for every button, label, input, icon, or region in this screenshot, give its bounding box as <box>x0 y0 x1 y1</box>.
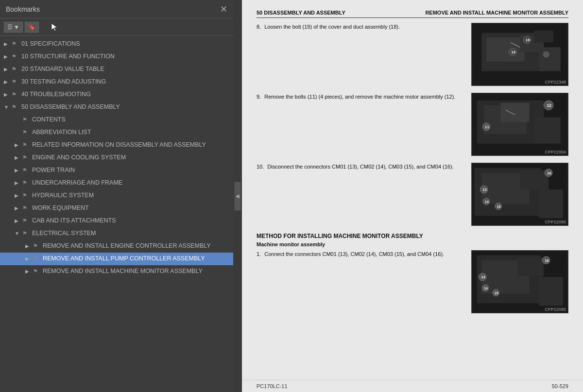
step-8-image-label: CPP22348 <box>545 80 566 85</box>
bookmark-flag-icon-testing: ⚑ <box>12 78 18 85</box>
bookmark-flag-icon-engine_ctrl: ⚑ <box>33 242 40 249</box>
step-9-text: 9. Remove the bolts (11) (4 pieces), and… <box>257 93 465 101</box>
bookmark-flag-icon-contents: ⚑ <box>22 116 29 123</box>
doc-footer: PC170LC-11 50-529 <box>242 380 583 392</box>
tree-arrow-trouble: ▶ <box>4 91 11 98</box>
tree-arrow-machine_mon: ▶ <box>25 268 32 274</box>
document-content: 50 DISASSEMBLY AND ASSEMBLY REMOVE AND I… <box>242 0 583 380</box>
tree-item-electrical[interactable]: ▼⚑ELECTRICAL SYSTEM <box>0 227 233 240</box>
method-step-1: 1. Connect the connectors CM01 (13), CM0… <box>257 250 568 313</box>
tree-item-standard[interactable]: ▶⚑20 STANDARD VALUE TABLE <box>0 63 233 76</box>
tree-item-related[interactable]: ▶⚑RELATED INFORMATION ON DISASSEMBLY AND… <box>0 139 233 152</box>
bookmarks-title: Bookmarks <box>6 5 40 13</box>
tree-item-engine_cool[interactable]: ▶⚑ENGINE AND COOLING SYSTEM <box>0 152 233 164</box>
mouse-cursor-icon <box>51 22 58 32</box>
method-step-1-text: 1. Connect the connectors CM01 (13), CM0… <box>257 250 465 258</box>
tree-arrow-standard: ▶ <box>4 66 11 72</box>
tree-item-disassembly[interactable]: ▼⚑50 DISASSEMBLY AND ASSEMBLY <box>0 101 233 114</box>
tree-label-work_equip: WORK EQUIPMENT <box>32 204 230 212</box>
svg-text:12: 12 <box>547 103 551 108</box>
tree-arrow-pump_ctrl: ▶ <box>25 256 32 262</box>
step-10-image-label: CPP22095 <box>545 220 566 224</box>
bookmark-icon-button[interactable]: 🔖 <box>25 22 39 33</box>
tree-label-trouble: 40 TROUBLESHOOTING <box>21 90 230 98</box>
method-image-label: CPP22095 <box>545 307 566 312</box>
bookmark-flag-icon-specs: ⚑ <box>12 40 18 47</box>
tree-arrow-hydraulic: ▶ <box>15 192 21 199</box>
tree-arrow-engine_cool: ▶ <box>15 154 21 161</box>
tree-arrow-power_train: ▶ <box>15 167 21 173</box>
close-button[interactable]: ✕ <box>220 5 227 14</box>
tree-item-engine_ctrl[interactable]: ▶⚑REMOVE AND INSTALL ENGINE CONTROLLER A… <box>0 240 233 253</box>
tree-label-structure: 10 STRUCTURE AND FUNCTION <box>21 52 230 60</box>
svg-text:11: 11 <box>485 125 489 129</box>
svg-text:16: 16 <box>547 171 551 175</box>
tree-label-related: RELATED INFORMATION ON DISASSEMBLY AND A… <box>32 141 230 149</box>
dropdown-arrow: ▼ <box>14 24 19 31</box>
tree-label-contents: CONTENTS <box>32 116 230 123</box>
step-9: 9. Remove the bolts (11) (4 pieces), and… <box>257 93 568 156</box>
step-9-image: 12 11 11 CPP22004 <box>471 93 568 156</box>
bookmark-flag-icon-undercarriage: ⚑ <box>22 179 29 186</box>
method-subtitle: Machine monitor assembly <box>257 241 568 247</box>
tree-label-pump_ctrl: REMOVE AND INSTALL PUMP CONTROLLER ASSEM… <box>43 255 230 262</box>
svg-text:19: 19 <box>511 50 515 54</box>
bookmark-flag-icon-hydraulic: ⚑ <box>22 192 29 199</box>
svg-rect-16 <box>501 103 530 122</box>
step-10-text: 10. Disconnect the connectors CM01 (13),… <box>257 163 465 171</box>
step-10: 10. Disconnect the connectors CM01 (13),… <box>257 163 568 226</box>
bookmark-flag-icon-machine_mon: ⚑ <box>33 268 40 274</box>
step-9-svg: 12 11 11 <box>472 93 568 155</box>
method-step-1-image: 16 13 14 15 CPP22095 <box>471 250 568 313</box>
svg-marker-0 <box>51 23 57 31</box>
svg-point-12 <box>543 51 549 57</box>
step-9-num: 9. <box>257 94 261 100</box>
tree-item-specs[interactable]: ▶⚑01 SPECIFICATIONS <box>0 38 233 51</box>
tree-item-power_train[interactable]: ▶⚑POWER TRAIN <box>0 164 233 177</box>
tree-item-trouble[interactable]: ▶⚑40 TROUBLESHOOTING <box>0 88 233 101</box>
tree-label-cab: CAB AND ITS ATTACHMENTS <box>32 217 230 224</box>
step-8: 8. Loosen the bolt (19) of the cover and… <box>257 23 568 86</box>
svg-rect-11 <box>539 47 560 71</box>
tree-label-standard: 20 STANDARD VALUE TABLE <box>21 65 230 73</box>
svg-text:19: 19 <box>526 38 530 42</box>
tree-label-testing: 30 TESTING AND ADJUSTING <box>21 78 230 85</box>
tree-label-power_train: POWER TRAIN <box>32 166 230 174</box>
bookmark-flag-icon-pump_ctrl: ⚑ <box>33 255 40 262</box>
tree-item-testing[interactable]: ▶⚑30 TESTING AND ADJUSTING <box>0 76 233 88</box>
step-9-image-label: CPP22004 <box>545 150 566 154</box>
svg-rect-28 <box>520 170 549 189</box>
tree-label-machine_mon: REMOVE AND INSTALL MACHINE MONITOR ASSEM… <box>43 267 230 275</box>
tree-item-contents[interactable]: ⚑CONTENTS <box>0 114 233 126</box>
bookmark-flag-icon-engine_cool: ⚑ <box>22 154 29 161</box>
step-8-num: 8. <box>257 24 261 30</box>
method-section: METHOD FOR INSTALLING MACHINE MONITOR AS… <box>257 233 568 313</box>
panel-collapse-handle[interactable]: ◀ <box>234 182 241 211</box>
tree-item-hydraulic[interactable]: ▶⚑HYDRAULIC SYSTEM <box>0 189 233 202</box>
view-options-button[interactable]: ☰ ▼ <box>4 22 23 33</box>
footer-right: 50-529 <box>552 383 568 389</box>
tree-item-structure[interactable]: ▶⚑10 STRUCTURE AND FUNCTION <box>0 51 233 63</box>
tree-item-pump_ctrl[interactable]: ▶⚑REMOVE AND INSTALL PUMP CONTROLLER ASS… <box>0 253 233 265</box>
tree-item-machine_mon[interactable]: ▶⚑REMOVE AND INSTALL MACHINE MONITOR ASS… <box>0 265 233 278</box>
svg-text:13: 13 <box>481 275 485 279</box>
tree-arrow-work_equip: ▶ <box>15 205 21 211</box>
method-step-1-num: 1. <box>257 251 261 257</box>
tree-item-work_equip[interactable]: ▶⚑WORK EQUIPMENT <box>0 202 233 215</box>
svg-text:14: 14 <box>484 287 488 290</box>
tree-item-abbrev[interactable]: ⚑ABBREVIATION LIST <box>0 126 233 139</box>
bookmarks-panel: Bookmarks ✕ ☰ ▼ 🔖 ▶⚑01 SPECIFICATIONS▶⚑1… <box>0 0 233 392</box>
svg-rect-37 <box>539 189 563 218</box>
footer-left: PC170LC-11 <box>257 383 288 389</box>
tree-label-electrical: ELECTRICAL SYSTEM <box>32 229 230 237</box>
bookmark-flag-icon-work_equip: ⚑ <box>22 205 29 211</box>
tree-label-disassembly: 50 DISASSEMBLY AND ASSEMBLY <box>21 103 230 111</box>
tree-arrow-structure: ▶ <box>4 53 11 60</box>
document-panel: 50 DISASSEMBLY AND ASSEMBLY REMOVE AND I… <box>242 0 583 392</box>
step-8-svg: 19 19 <box>472 23 568 85</box>
tree-item-cab[interactable]: ▶⚑CAB AND ITS ATTACHMENTS <box>0 215 233 227</box>
tree-arrow-cab: ▶ <box>15 218 21 224</box>
tree-item-undercarriage[interactable]: ▶⚑UNDERCARRIAGE AND FRAME <box>0 177 233 189</box>
doc-page-title: REMOVE AND INSTALL MACHINE MONITOR ASSEM… <box>425 10 568 16</box>
tree-container[interactable]: ▶⚑01 SPECIFICATIONS▶⚑10 STRUCTURE AND FU… <box>0 36 233 392</box>
